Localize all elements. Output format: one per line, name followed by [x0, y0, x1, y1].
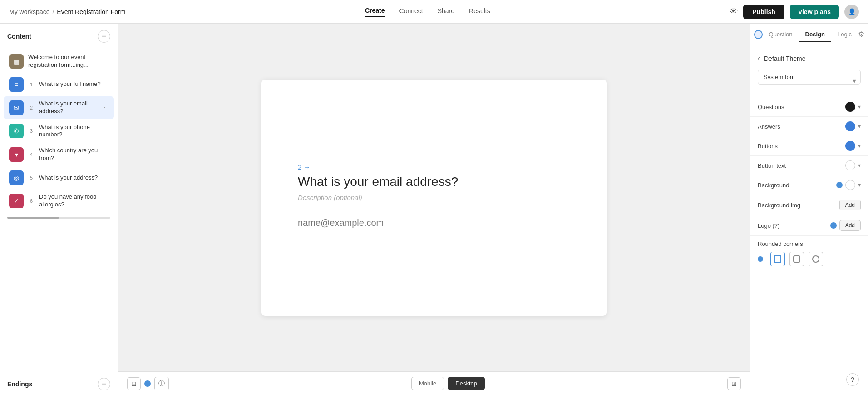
corner-medium[interactable]	[789, 252, 804, 266]
tab-question[interactable]: Question	[763, 27, 799, 42]
tab-connect[interactable]: Connect	[399, 7, 423, 16]
breadcrumb-separator: /	[52, 8, 54, 15]
item-text-0: Welcome to our event registration form..…	[28, 54, 108, 69]
background-toggle-dot	[836, 182, 843, 188]
design-row-answers: Answers ▾	[750, 117, 868, 136]
item-icon-2: ✉	[9, 100, 24, 115]
design-row-background: Background ▾	[750, 175, 868, 195]
questions-chevron-icon[interactable]: ▾	[858, 104, 861, 110]
questions-label: Questions	[758, 104, 784, 110]
sidebar-item-0[interactable]: ▦ Welcome to our event registration form…	[4, 50, 114, 73]
accessibility-button[interactable]: ⓘ	[154, 377, 169, 390]
button-text-color: ▾	[845, 160, 861, 170]
content-label: Content	[7, 33, 31, 40]
nav-tabs: Create Connect Share Results	[365, 7, 490, 17]
add-content-button[interactable]: +	[98, 30, 110, 43]
item-icon-5: ◎	[9, 170, 24, 185]
logo-add-button[interactable]: Add	[839, 220, 861, 231]
tab-logic[interactable]: Logic	[831, 27, 858, 42]
endings-section: Endings +	[0, 371, 118, 395]
sidebar-item-6[interactable]: ✓ 6 Do you have any food allergies?	[4, 190, 114, 212]
corner-round[interactable]	[809, 252, 823, 266]
background-label: Background	[758, 182, 789, 189]
toolbar-right: ⊞	[727, 377, 741, 390]
question-tab-icon	[754, 30, 763, 39]
sidebar-item-5[interactable]: ◎ 5 What is your address?	[4, 167, 114, 189]
sidebar-item-1[interactable]: ≡ 1 What is your full name?	[4, 74, 114, 95]
tab-results[interactable]: Results	[469, 7, 490, 16]
item-icon-4: ▾	[9, 147, 24, 162]
sidebar-item-2[interactable]: ✉ 2 What is your email address? ⋮	[4, 96, 114, 119]
tab-create[interactable]: Create	[365, 7, 385, 17]
button-text-label: Button text	[758, 162, 786, 169]
mobile-view-button[interactable]: Mobile	[411, 377, 444, 390]
answers-color-dot[interactable]	[845, 121, 855, 131]
questions-color: ▾	[845, 102, 861, 112]
item-icon-6: ✓	[9, 194, 24, 208]
item-number-6: 6	[28, 198, 35, 204]
desktop-view-button[interactable]: Desktop	[448, 377, 485, 390]
question-number-indicator: 2 →	[298, 163, 570, 171]
sidebar-item-4[interactable]: ▾ 4 Which country are you from?	[4, 143, 114, 166]
view-plans-button[interactable]: View plans	[790, 5, 839, 19]
buttons-chevron-icon[interactable]: ▾	[858, 143, 861, 149]
top-nav: My workspace / Event Registration Form C…	[0, 0, 868, 24]
right-panel-content: ‹ Default Theme System font Questions ▾ …	[750, 45, 868, 380]
email-input[interactable]	[298, 214, 570, 232]
design-row-button-text: Button text ▾	[750, 156, 868, 175]
background-color-dot[interactable]	[845, 180, 855, 190]
questions-color-dot[interactable]	[845, 102, 855, 112]
corner-sharp[interactable]	[770, 252, 785, 266]
settings-icon[interactable]: ⚙	[858, 30, 864, 39]
form-title: Event Registration Form	[57, 8, 125, 15]
svg-rect-2	[813, 256, 819, 262]
help-button[interactable]: ?	[846, 373, 859, 386]
tab-design[interactable]: Design	[799, 27, 831, 42]
publish-button[interactable]: Publish	[743, 5, 784, 19]
rounded-corners-section: Rounded corners	[750, 236, 868, 271]
toolbar-left: ⊟ ⓘ	[127, 377, 169, 390]
add-endings-button[interactable]: +	[98, 378, 110, 390]
collapse-sidebar-button[interactable]: ⊟	[127, 377, 141, 390]
item-text-3: What is your phone number?	[39, 124, 108, 139]
design-row-background-img: Background img Add	[750, 195, 868, 215]
font-selector[interactable]: System font	[758, 70, 861, 85]
endings-label: Endings	[7, 380, 32, 388]
item-number-3: 3	[28, 128, 35, 134]
item-text-5: What is your address?	[39, 174, 108, 182]
answers-chevron-icon[interactable]: ▾	[858, 123, 861, 130]
tab-share[interactable]: Share	[438, 7, 454, 16]
item-icon-3: ✆	[9, 124, 24, 138]
font-select-wrapper: System font	[758, 70, 861, 91]
buttons-color: ▾	[845, 141, 861, 151]
item-more-2[interactable]: ⋮	[101, 103, 108, 112]
background-img-add-button[interactable]: Add	[839, 200, 861, 210]
question-title: What is your email address?	[298, 175, 570, 189]
background-img-label: Background img	[758, 202, 800, 209]
answers-color: ▾	[845, 121, 861, 131]
back-button[interactable]: ‹	[758, 54, 760, 63]
expand-button[interactable]: ⊞	[727, 377, 741, 390]
buttons-color-dot[interactable]	[845, 141, 855, 151]
right-panel: Question Design Logic ⚙ ‹ Default Theme …	[750, 24, 868, 395]
background-chevron-icon[interactable]: ▾	[858, 182, 861, 188]
item-text-4: Which country are you from?	[39, 147, 108, 162]
top-nav-actions: 👁 Publish View plans 👤	[730, 5, 859, 19]
canvas-content: 2 → What is your email address? Descript…	[118, 24, 750, 371]
button-text-color-dot[interactable]	[845, 160, 855, 170]
item-number-4: 4	[28, 152, 35, 157]
button-text-chevron-icon[interactable]: ▾	[858, 162, 861, 169]
design-row-questions: Questions ▾	[750, 97, 868, 117]
avatar[interactable]: 👤	[844, 5, 859, 19]
rounded-corners-label: Rounded corners	[758, 240, 861, 247]
breadcrumb: My workspace / Event Registration Form	[9, 8, 125, 15]
theme-label: Default Theme	[764, 55, 806, 62]
workspace-link[interactable]: My workspace	[9, 8, 49, 15]
sidebar-item-3[interactable]: ✆ 3 What is your phone number?	[4, 120, 114, 143]
svg-rect-1	[794, 256, 800, 262]
answers-label: Answers	[758, 123, 780, 130]
form-canvas: 2 → What is your email address? Descript…	[261, 80, 607, 316]
item-icon-1: ≡	[9, 77, 24, 92]
item-icon-0: ▦	[9, 54, 24, 69]
preview-icon-button[interactable]: 👁	[730, 7, 738, 16]
